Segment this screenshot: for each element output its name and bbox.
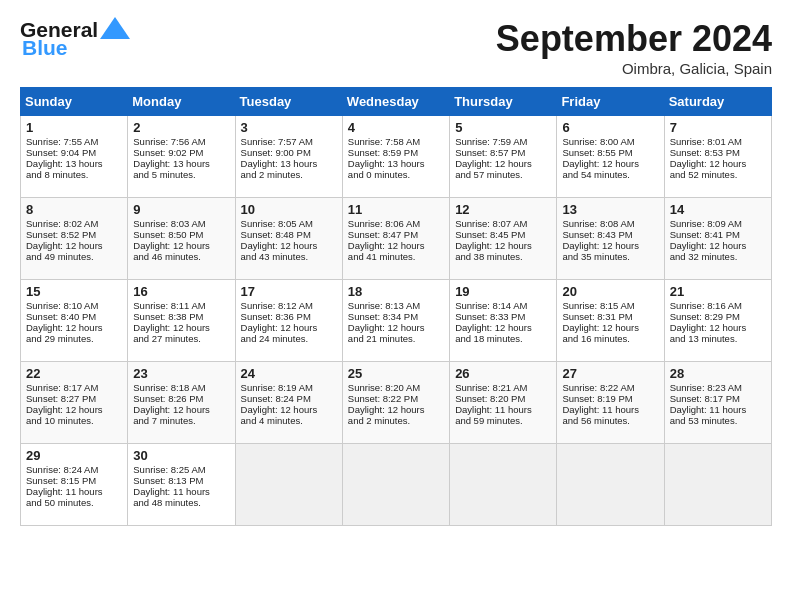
day-info-line: Daylight: 12 hours <box>26 404 122 415</box>
day-cell: 24Sunrise: 8:19 AMSunset: 8:24 PMDayligh… <box>235 362 342 444</box>
day-info-line: Daylight: 12 hours <box>26 240 122 251</box>
day-info-line: Sunrise: 7:58 AM <box>348 136 444 147</box>
day-info-line: Sunset: 8:53 PM <box>670 147 766 158</box>
day-info-line: Daylight: 12 hours <box>455 240 551 251</box>
day-info-line: Daylight: 12 hours <box>348 404 444 415</box>
day-info-line: Sunrise: 8:12 AM <box>241 300 337 311</box>
day-info-line: Sunset: 8:40 PM <box>26 311 122 322</box>
day-number: 24 <box>241 366 337 381</box>
week-row-1: 1Sunrise: 7:55 AMSunset: 9:04 PMDaylight… <box>21 116 772 198</box>
day-info-line: Sunset: 8:55 PM <box>562 147 658 158</box>
logo-blue: Blue <box>22 36 68 60</box>
day-info-line: Sunrise: 8:13 AM <box>348 300 444 311</box>
day-number: 1 <box>26 120 122 135</box>
day-info-line: Daylight: 12 hours <box>241 240 337 251</box>
col-header-thursday: Thursday <box>450 88 557 116</box>
day-info-line: and 35 minutes. <box>562 251 658 262</box>
day-cell: 27Sunrise: 8:22 AMSunset: 8:19 PMDayligh… <box>557 362 664 444</box>
day-cell: 12Sunrise: 8:07 AMSunset: 8:45 PMDayligh… <box>450 198 557 280</box>
day-info-line: Sunrise: 8:14 AM <box>455 300 551 311</box>
day-info-line: and 48 minutes. <box>133 497 229 508</box>
day-info-line: Sunset: 8:26 PM <box>133 393 229 404</box>
day-info-line: and 2 minutes. <box>241 169 337 180</box>
day-number: 9 <box>133 202 229 217</box>
day-info-line: Sunrise: 7:56 AM <box>133 136 229 147</box>
day-info-line: Sunset: 8:27 PM <box>26 393 122 404</box>
day-number: 10 <box>241 202 337 217</box>
day-info-line: Sunrise: 8:01 AM <box>670 136 766 147</box>
day-info-line: Sunrise: 8:00 AM <box>562 136 658 147</box>
day-cell: 26Sunrise: 8:21 AMSunset: 8:20 PMDayligh… <box>450 362 557 444</box>
day-info-line: and 59 minutes. <box>455 415 551 426</box>
page: General Blue September 2024 Oimbra, Gali… <box>0 0 792 612</box>
day-number: 13 <box>562 202 658 217</box>
day-info-line: Sunset: 9:00 PM <box>241 147 337 158</box>
day-info-line: and 24 minutes. <box>241 333 337 344</box>
day-info-line: Sunrise: 8:15 AM <box>562 300 658 311</box>
day-info-line: Sunrise: 8:03 AM <box>133 218 229 229</box>
day-info-line: Daylight: 12 hours <box>562 158 658 169</box>
day-cell <box>235 444 342 526</box>
day-info-line: Sunset: 8:29 PM <box>670 311 766 322</box>
day-info-line: Sunset: 8:31 PM <box>562 311 658 322</box>
day-number: 27 <box>562 366 658 381</box>
day-info-line: Daylight: 12 hours <box>133 404 229 415</box>
day-number: 3 <box>241 120 337 135</box>
day-number: 7 <box>670 120 766 135</box>
day-info-line: Daylight: 12 hours <box>348 240 444 251</box>
day-info-line: Sunset: 9:02 PM <box>133 147 229 158</box>
day-cell: 9Sunrise: 8:03 AMSunset: 8:50 PMDaylight… <box>128 198 235 280</box>
day-info-line: Sunrise: 8:25 AM <box>133 464 229 475</box>
day-info-line: Sunset: 8:36 PM <box>241 311 337 322</box>
day-info-line: Sunrise: 8:18 AM <box>133 382 229 393</box>
day-info-line: Sunset: 8:38 PM <box>133 311 229 322</box>
day-cell: 25Sunrise: 8:20 AMSunset: 8:22 PMDayligh… <box>342 362 449 444</box>
day-info-line: Daylight: 12 hours <box>670 158 766 169</box>
day-info-line: Daylight: 12 hours <box>241 404 337 415</box>
day-cell: 6Sunrise: 8:00 AMSunset: 8:55 PMDaylight… <box>557 116 664 198</box>
day-info-line: Daylight: 11 hours <box>562 404 658 415</box>
day-info-line: and 0 minutes. <box>348 169 444 180</box>
day-info-line: Sunrise: 8:16 AM <box>670 300 766 311</box>
day-cell: 17Sunrise: 8:12 AMSunset: 8:36 PMDayligh… <box>235 280 342 362</box>
day-info-line: Sunrise: 7:55 AM <box>26 136 122 147</box>
day-info-line: and 43 minutes. <box>241 251 337 262</box>
day-info-line: Sunset: 8:45 PM <box>455 229 551 240</box>
day-info-line: Sunrise: 8:21 AM <box>455 382 551 393</box>
month-title: September 2024 <box>496 18 772 60</box>
day-info-line: Sunrise: 8:24 AM <box>26 464 122 475</box>
calendar-table: SundayMondayTuesdayWednesdayThursdayFrid… <box>20 87 772 526</box>
subtitle: Oimbra, Galicia, Spain <box>496 60 772 77</box>
day-info-line: and 21 minutes. <box>348 333 444 344</box>
svg-marker-0 <box>100 17 130 39</box>
day-info-line: and 5 minutes. <box>133 169 229 180</box>
day-cell <box>342 444 449 526</box>
day-cell: 15Sunrise: 8:10 AMSunset: 8:40 PMDayligh… <box>21 280 128 362</box>
day-info-line: and 16 minutes. <box>562 333 658 344</box>
day-cell: 7Sunrise: 8:01 AMSunset: 8:53 PMDaylight… <box>664 116 771 198</box>
day-number: 23 <box>133 366 229 381</box>
day-info-line: Sunrise: 8:20 AM <box>348 382 444 393</box>
day-info-line: and 38 minutes. <box>455 251 551 262</box>
day-cell: 2Sunrise: 7:56 AMSunset: 9:02 PMDaylight… <box>128 116 235 198</box>
day-info-line: Daylight: 11 hours <box>670 404 766 415</box>
day-info-line: Sunset: 8:47 PM <box>348 229 444 240</box>
day-info-line: Sunrise: 8:17 AM <box>26 382 122 393</box>
day-number: 19 <box>455 284 551 299</box>
col-header-monday: Monday <box>128 88 235 116</box>
day-number: 20 <box>562 284 658 299</box>
day-info-line: and 52 minutes. <box>670 169 766 180</box>
header-row: SundayMondayTuesdayWednesdayThursdayFrid… <box>21 88 772 116</box>
day-info-line: Sunset: 8:20 PM <box>455 393 551 404</box>
day-number: 6 <box>562 120 658 135</box>
day-info-line: Daylight: 12 hours <box>670 240 766 251</box>
day-cell: 1Sunrise: 7:55 AMSunset: 9:04 PMDaylight… <box>21 116 128 198</box>
day-number: 29 <box>26 448 122 463</box>
day-cell: 18Sunrise: 8:13 AMSunset: 8:34 PMDayligh… <box>342 280 449 362</box>
day-number: 16 <box>133 284 229 299</box>
col-header-friday: Friday <box>557 88 664 116</box>
day-number: 8 <box>26 202 122 217</box>
header: General Blue September 2024 Oimbra, Gali… <box>20 18 772 77</box>
day-cell: 20Sunrise: 8:15 AMSunset: 8:31 PMDayligh… <box>557 280 664 362</box>
title-block: September 2024 Oimbra, Galicia, Spain <box>496 18 772 77</box>
